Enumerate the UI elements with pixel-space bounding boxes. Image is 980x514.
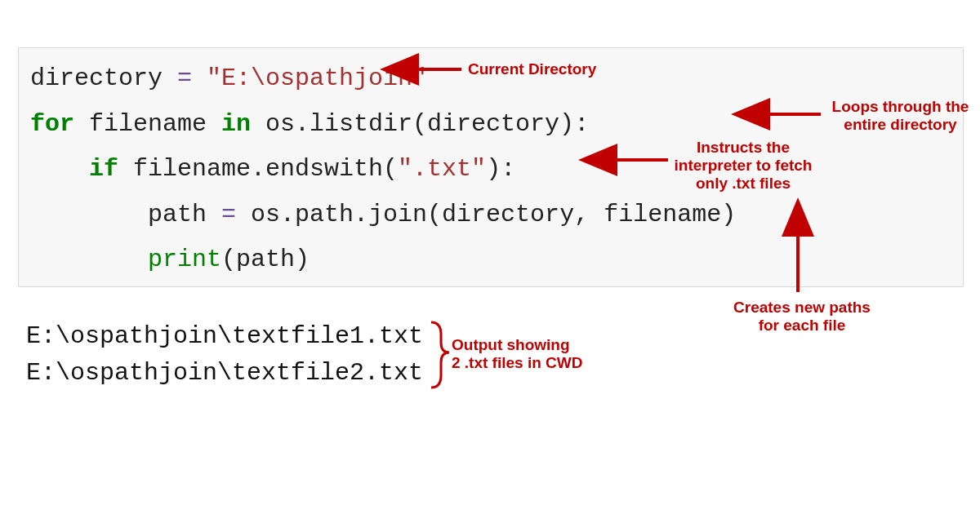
code-keyword: for [30,110,74,138]
code-token: = [177,64,192,92]
annotation-output: Output showing 2 .txt files in CWD [452,336,607,372]
output-line: E:\ospathjoin\textfile1.txt [26,322,423,350]
code-block: directory = "E:\ospathjoin" for filename… [18,47,964,287]
annotation-current-directory: Current Directory [468,60,596,78]
code-indent [30,201,148,228]
code-keyword: if [89,155,118,183]
code-string: ".txt" [398,155,486,183]
code-token: = [221,201,236,228]
code-string: "E:\ospathjoin" [207,64,427,92]
code-token: (path) [221,246,310,273]
output-line: E:\ospathjoin\textfile2.txt [26,359,423,387]
code-keyword: in [221,110,251,138]
code-indent [30,155,89,183]
code-indent [30,246,148,273]
output-block: E:\ospathjoin\textfile1.txt E:\ospathjoi… [26,318,423,392]
brace-icon [431,322,449,388]
code-token [192,64,207,92]
code-token: filename.endswith( [118,155,398,183]
code-func: print [148,246,221,273]
annotation-instructs: Instructs the interpreter to fetch only … [670,139,817,193]
annotation-loops: Loops through the entire directory [825,98,976,134]
code-token: os.listdir(directory): [251,110,589,138]
code-token: ): [486,155,515,183]
code-token: os.path.join(directory, filename) [236,201,736,228]
code-token: filename [74,110,221,138]
code-token: directory [30,64,177,92]
annotation-creates: Creates new paths for each file [720,299,884,335]
code-token: path [148,201,221,228]
